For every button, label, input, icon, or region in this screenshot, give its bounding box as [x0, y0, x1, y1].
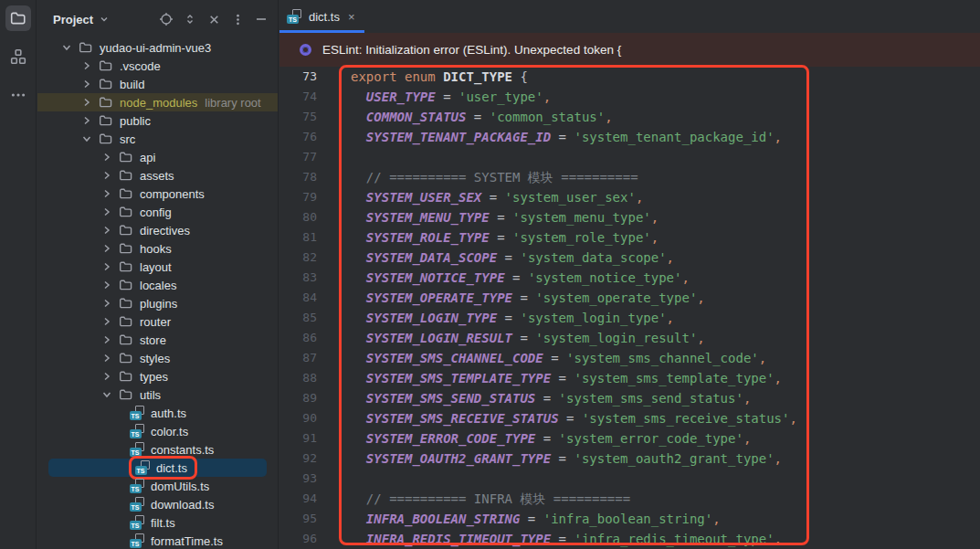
chevron-down-icon[interactable] — [99, 14, 110, 25]
code-line-79: 79 SYSTEM_USER_SEX = 'system_user_sex', — [279, 187, 980, 207]
tab-dict-ts[interactable]: TS dict.ts × — [279, 0, 364, 33]
code-token — [351, 250, 366, 265]
chevron-expanded-icon[interactable] — [59, 40, 74, 55]
chevron-collapsed-icon[interactable] — [100, 314, 114, 329]
locate-file-icon[interactable] — [159, 12, 174, 26]
chevron-collapsed-icon[interactable] — [100, 278, 114, 292]
code-token: 'system_login_result' — [535, 331, 697, 345]
tree-item-config[interactable]: config — [37, 203, 278, 221]
tree-item-node-modules[interactable]: node_moduleslibrary root — [37, 93, 278, 111]
code-token: = — [551, 451, 574, 466]
tree-item-label: types — [140, 370, 168, 384]
tree-item-formattime-ts[interactable]: TSformatTime.ts — [37, 532, 278, 549]
chevron-collapsed-icon[interactable] — [100, 168, 114, 183]
code-token: INFRA_BOOLEAN_STRING — [366, 512, 521, 526]
tree-item-build[interactable]: build — [37, 75, 278, 93]
folder-icon — [118, 150, 134, 164]
tree-item-utils[interactable]: utils — [37, 385, 278, 404]
tree-item-color-ts[interactable]: TScolor.ts — [37, 422, 278, 440]
tree-item-assets[interactable]: assets — [37, 166, 278, 185]
code-token: = — [551, 371, 574, 385]
chevron-collapsed-icon[interactable] — [100, 296, 114, 311]
tree-item-locales[interactable]: locales — [37, 276, 278, 294]
tree-item-types[interactable]: types — [37, 367, 278, 385]
chevron-collapsed-icon[interactable] — [100, 369, 114, 384]
code-token: SYSTEM_TENANT_PACKAGE_ID — [366, 130, 551, 144]
code-token: SYSTEM_SMS_TEMPLATE_TYPE — [366, 371, 551, 385]
tree-item-label: constants.ts — [151, 443, 214, 457]
expand-collapse-icon[interactable] — [183, 12, 197, 26]
code-token: = — [490, 210, 512, 225]
code-token — [351, 110, 366, 124]
tree-item-label: assets — [140, 169, 174, 183]
code-token — [351, 190, 366, 205]
tree-item-domutils-ts[interactable]: TSdomUtils.ts — [37, 477, 278, 495]
chevron-collapsed-icon[interactable] — [100, 186, 114, 201]
more-tool-windows-icon[interactable] — [5, 82, 31, 108]
chevron-expanded-icon[interactable] — [79, 132, 94, 146]
code-token: , — [667, 311, 674, 325]
chevron-collapsed-icon[interactable] — [100, 351, 114, 365]
close-icon[interactable] — [206, 12, 221, 26]
project-folder-icon[interactable] — [5, 5, 31, 31]
code-token — [351, 512, 366, 526]
code-line-73: 73export enum DICT_TYPE { — [279, 67, 980, 87]
code-line-93: 93 — [279, 469, 980, 489]
code-line-82: 82 SYSTEM_DATA_SCOPE = 'system_data_scop… — [279, 248, 980, 268]
code-token: , — [759, 351, 766, 365]
tree-item-directives[interactable]: directives — [37, 221, 278, 239]
code-token: = — [543, 351, 566, 365]
structure-icon[interactable] — [5, 44, 31, 69]
chevron-collapsed-icon[interactable] — [100, 223, 114, 238]
code-line-83: 83 SYSTEM_NOTICE_TYPE = 'system_notice_t… — [279, 268, 980, 288]
tree-item-yudao-ui-admin-vue3[interactable]: yudao-ui-admin-vue3 — [37, 38, 278, 57]
tree-item-store[interactable]: store — [37, 331, 278, 349]
tree-item-public[interactable]: public — [37, 111, 278, 130]
tree-item-router[interactable]: router — [37, 312, 278, 331]
code-token: { — [512, 69, 528, 84]
tree-item-label: filt.ts — [151, 516, 175, 530]
chevron-expanded-icon[interactable] — [100, 387, 114, 402]
chevron-collapsed-icon[interactable] — [100, 150, 114, 164]
chevron-collapsed-icon[interactable] — [79, 58, 94, 73]
code-token: , — [775, 532, 782, 546]
tab-close-icon[interactable]: × — [348, 11, 355, 23]
typescript-file-icon: TS — [129, 479, 145, 493]
line-number: 89 — [279, 388, 317, 408]
code-token — [351, 331, 366, 345]
tree-item-src[interactable]: src — [37, 130, 278, 148]
tree-item-download-ts[interactable]: TSdownload.ts — [37, 495, 278, 513]
tree-item-api[interactable]: api — [37, 148, 278, 166]
chevron-collapsed-icon[interactable] — [100, 205, 114, 219]
chevron-collapsed-icon[interactable] — [79, 95, 94, 110]
chevron-collapsed-icon[interactable] — [100, 333, 114, 347]
code-token: COMMON_STATUS — [366, 110, 467, 124]
chevron-collapsed-icon[interactable] — [79, 113, 94, 128]
project-panel-title[interactable]: Project — [53, 13, 93, 26]
tree-item-layout[interactable]: layout — [37, 258, 278, 276]
code-token — [351, 130, 366, 144]
line-number: 85 — [279, 308, 317, 328]
folder-icon — [118, 186, 134, 201]
tree-item--vscode[interactable]: .vscode — [37, 57, 278, 75]
code-token: SYSTEM_SMS_CHANNEL_CODE — [366, 351, 543, 365]
tree-item-dict-ts[interactable]: TSdict.ts — [37, 459, 278, 477]
code-token — [351, 391, 366, 406]
tree-item-label: router — [140, 315, 171, 329]
options-kebab-icon[interactable] — [230, 12, 245, 26]
tree-item-plugins[interactable]: plugins — [37, 294, 278, 312]
code-token: , — [775, 371, 782, 385]
chevron-collapsed-icon[interactable] — [100, 259, 114, 274]
tree-item-filt-ts[interactable]: TSfilt.ts — [37, 513, 278, 532]
code-editor[interactable]: 73export enum DICT_TYPE {74 USER_TYPE = … — [279, 67, 980, 549]
tree-item-auth-ts[interactable]: TSauth.ts — [37, 404, 278, 422]
tree-item-hooks[interactable]: hooks — [37, 239, 278, 258]
chevron-collapsed-icon[interactable] — [79, 77, 94, 91]
chevron-collapsed-icon[interactable] — [100, 241, 114, 256]
hide-panel-icon[interactable] — [254, 12, 269, 26]
code-line-90: 90 SYSTEM_SMS_RECEIVE_STATUS = 'system_s… — [279, 408, 980, 428]
tree-item-styles[interactable]: styles — [37, 349, 278, 367]
code-token — [351, 270, 366, 285]
banner-message: ESLint: Initialization error (ESLint). U… — [322, 43, 621, 57]
tree-item-components[interactable]: components — [37, 185, 278, 203]
